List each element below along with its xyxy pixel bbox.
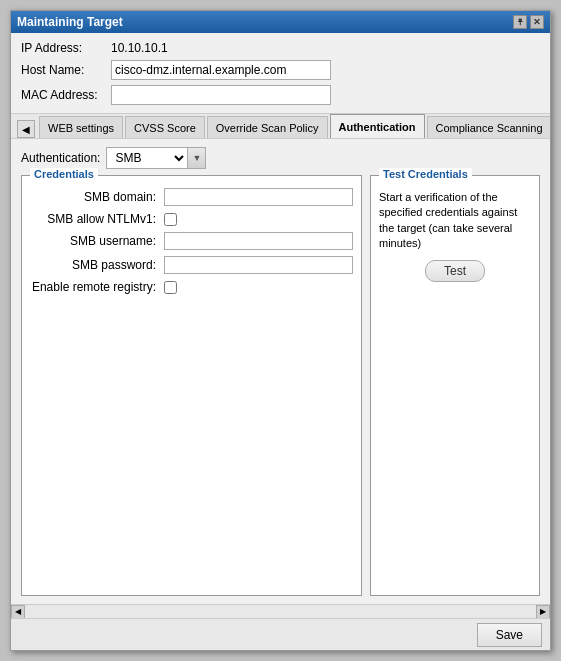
smb-domain-input[interactable]	[164, 188, 353, 206]
pin-icon: 🖈	[516, 17, 525, 27]
auth-row: Authentication: SMB SSH SNMP None ▼	[21, 147, 540, 169]
tab-authentication[interactable]: Authentication	[330, 114, 425, 138]
panels-row: Credentials SMB domain: SMB allow NTLMv1…	[21, 175, 540, 596]
mac-label: MAC Address:	[21, 88, 111, 102]
remote-registry-label: Enable remote registry:	[30, 280, 160, 294]
scroll-right-button[interactable]: ▶	[536, 605, 550, 619]
test-btn-wrapper: Test	[379, 260, 531, 282]
auth-select-arrow-icon[interactable]: ▼	[187, 148, 205, 168]
test-button[interactable]: Test	[425, 260, 485, 282]
fields-section: IP Address: 10.10.10.1 Host Name: MAC Ad…	[11, 33, 550, 113]
tab-cvss-score-label: CVSS Score	[134, 122, 196, 134]
smb-username-input[interactable]	[164, 232, 353, 250]
title-bar-left: Maintaining Target	[17, 15, 123, 29]
smb-ntlm-row: SMB allow NTLMv1:	[30, 212, 353, 226]
tab-content-auth: Authentication: SMB SSH SNMP None ▼ Cred…	[11, 139, 550, 604]
title-bar-controls: 🖈 ✕	[513, 15, 544, 29]
smb-password-label: SMB password:	[30, 258, 160, 272]
close-icon: ✕	[533, 17, 541, 27]
credentials-panel: Credentials SMB domain: SMB allow NTLMv1…	[21, 175, 362, 596]
test-credentials-legend: Test Credentials	[379, 168, 472, 180]
ip-value: 10.10.10.1	[111, 41, 168, 55]
auth-select[interactable]: SMB SSH SNMP None	[107, 150, 187, 166]
content-area: IP Address: 10.10.10.1 Host Name: MAC Ad…	[11, 33, 550, 650]
smb-ntlm-label: SMB allow NTLMv1:	[30, 212, 160, 226]
scroll-left-button[interactable]: ◀	[11, 605, 25, 619]
tab-compliance-scanning[interactable]: Compliance Scanning	[427, 116, 551, 138]
test-description: Start a verification of the specified cr…	[379, 191, 517, 249]
smb-password-input[interactable]	[164, 256, 353, 274]
tab-compliance-scanning-label: Compliance Scanning	[436, 122, 543, 134]
tab-override-scan-policy-label: Override Scan Policy	[216, 122, 319, 134]
auth-label: Authentication:	[21, 151, 100, 165]
mac-input[interactable]	[111, 85, 331, 105]
tab-cvss-score[interactable]: CVSS Score	[125, 116, 205, 138]
auth-select-wrapper[interactable]: SMB SSH SNMP None ▼	[106, 147, 206, 169]
scrollbar-track[interactable]	[27, 607, 534, 617]
smb-domain-row: SMB domain:	[30, 188, 353, 206]
tabs-bar: ◀ WEB settings CVSS Score Override Scan …	[11, 113, 550, 139]
credentials-panel-content: SMB domain: SMB allow NTLMv1: SMB userna…	[22, 176, 361, 302]
mac-row: MAC Address:	[21, 85, 540, 105]
tab-override-scan-policy[interactable]: Override Scan Policy	[207, 116, 328, 138]
ip-row: IP Address: 10.10.10.1	[21, 41, 540, 55]
tab-web-settings-label: WEB settings	[48, 122, 114, 134]
test-panel-content: Start a verification of the specified cr…	[371, 176, 539, 290]
host-row: Host Name:	[21, 60, 540, 80]
pin-button[interactable]: 🖈	[513, 15, 527, 29]
close-button[interactable]: ✕	[530, 15, 544, 29]
smb-password-row: SMB password:	[30, 256, 353, 274]
remote-registry-checkbox[interactable]	[164, 281, 177, 294]
ip-label: IP Address:	[21, 41, 111, 55]
tab-prev-button[interactable]: ◀	[17, 120, 35, 138]
window-title: Maintaining Target	[17, 15, 123, 29]
smb-ntlm-checkbox[interactable]	[164, 213, 177, 226]
tab-web-settings[interactable]: WEB settings	[39, 116, 123, 138]
bottom-scrollbar: ◀ ▶	[11, 604, 550, 618]
save-button[interactable]: Save	[477, 623, 542, 647]
test-credentials-panel: Test Credentials Start a verification of…	[370, 175, 540, 596]
title-bar: Maintaining Target 🖈 ✕	[11, 11, 550, 33]
tab-authentication-label: Authentication	[339, 121, 416, 133]
bottom-bar: Save	[11, 618, 550, 650]
credentials-legend: Credentials	[30, 168, 98, 180]
host-label: Host Name:	[21, 63, 111, 77]
main-window: Maintaining Target 🖈 ✕ IP Address: 10.10…	[10, 10, 551, 651]
host-input[interactable]	[111, 60, 331, 80]
smb-domain-label: SMB domain:	[30, 190, 160, 204]
remote-registry-row: Enable remote registry:	[30, 280, 353, 294]
smb-username-row: SMB username:	[30, 232, 353, 250]
smb-username-label: SMB username:	[30, 234, 160, 248]
